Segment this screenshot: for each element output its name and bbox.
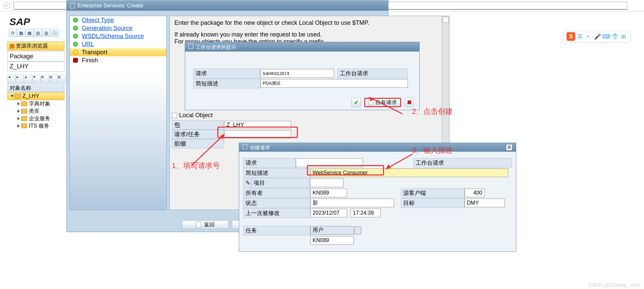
check-icon: ✔ bbox=[354, 99, 359, 106]
tool1-icon[interactable]: ⊞ bbox=[41, 75, 49, 83]
owner-input[interactable] bbox=[310, 189, 347, 197]
status-label: 状态 bbox=[243, 198, 310, 208]
nav-fwd-icon[interactable]: ► bbox=[16, 75, 24, 83]
package-field-label: 包 bbox=[172, 120, 224, 130]
lastmod-date bbox=[310, 209, 347, 217]
step-finish[interactable]: Finish bbox=[70, 56, 166, 64]
tree-header: 对象名称 bbox=[7, 84, 64, 93]
ime-punct-icon[interactable]: •, bbox=[585, 33, 593, 40]
project-label: 项目 bbox=[251, 178, 310, 188]
tasks-col-extra bbox=[355, 226, 361, 234]
ime-toolbar[interactable]: S 英 •, 🎤 ⌨ 👕 ⊞ bbox=[564, 31, 631, 42]
dialog-title: 工作台请求的提示 bbox=[185, 42, 419, 52]
doc-icon bbox=[70, 3, 75, 8]
sidebar-toolbar: ⟳ ▦ ▦ ▥ ▥ ⓘ bbox=[9, 29, 59, 37]
desc-input[interactable] bbox=[310, 168, 508, 177]
desc-value[interactable] bbox=[260, 79, 408, 88]
step-object-type[interactable]: Object Type bbox=[70, 16, 166, 24]
lastmod-time bbox=[351, 209, 381, 217]
box4-icon[interactable]: ▥ bbox=[42, 29, 50, 37]
back-button[interactable]: 返回 bbox=[182, 220, 228, 229]
owner-label: 所有者 bbox=[243, 188, 310, 198]
ime-grid-icon[interactable]: ⊞ bbox=[620, 33, 628, 40]
own-requests-button[interactable]: 自有请求 bbox=[364, 98, 401, 107]
proj-icon[interactable]: ✎ bbox=[243, 178, 251, 188]
doc-icon bbox=[196, 222, 201, 228]
nav-up-icon[interactable]: ▲ bbox=[24, 75, 32, 83]
desc-label: 简短描述 bbox=[243, 168, 310, 178]
resource-browser-label[interactable]: 资源库浏览器 bbox=[7, 42, 64, 51]
confirm-button[interactable]: ✔ bbox=[352, 98, 361, 107]
tree-item[interactable]: 企业服务 bbox=[7, 115, 64, 122]
package-field-input[interactable] bbox=[224, 121, 291, 129]
desc-label: 简短描述 bbox=[193, 79, 260, 88]
target-label: 目标 bbox=[401, 198, 465, 208]
step-wsdl-source[interactable]: WSDL/Schema Source bbox=[70, 32, 166, 40]
tasks-col-user: 用户 bbox=[310, 226, 354, 235]
request-value[interactable] bbox=[260, 69, 334, 78]
box3-icon[interactable]: ▥ bbox=[34, 29, 42, 37]
project-input[interactable] bbox=[310, 178, 343, 187]
close-button[interactable]: ✕ bbox=[506, 144, 513, 151]
tree-item[interactable]: ITS 服务 bbox=[7, 122, 64, 130]
intro-text-2: If already known you may enter the reque… bbox=[174, 31, 444, 38]
doc-icon bbox=[369, 100, 373, 105]
status-input bbox=[310, 199, 394, 207]
ime-lang[interactable]: 英 bbox=[576, 33, 584, 40]
x-icon: ✖ bbox=[407, 99, 412, 106]
intro-text-1: Enter the package for the new object or … bbox=[174, 19, 444, 26]
tool2-icon[interactable]: ⊞ bbox=[49, 75, 57, 83]
lastmod-label: 上一次被修改 bbox=[243, 208, 310, 218]
target-input[interactable] bbox=[465, 199, 505, 207]
package-label: Package bbox=[7, 52, 64, 62]
doc-icon bbox=[189, 44, 193, 49]
tree-root[interactable]: Z_LHY bbox=[7, 92, 64, 100]
tasks-label: 任务 bbox=[243, 226, 310, 235]
window-title: Enterprise Services: Create bbox=[67, 1, 388, 11]
request-input[interactable] bbox=[296, 158, 363, 167]
local-object-checkbox[interactable]: Local Object bbox=[172, 112, 291, 119]
request-label: 请求 bbox=[193, 69, 260, 78]
doc-icon bbox=[243, 144, 247, 149]
src-client-input[interactable] bbox=[465, 189, 485, 197]
tree-toolbar: ◄ ► ▲ ▼ ⊞ ⊞ ⊞ bbox=[7, 75, 66, 83]
request-type-label: 工作台请求 bbox=[337, 69, 408, 78]
check-icon[interactable]: ✓ bbox=[3, 2, 10, 9]
dialog-buttonbar: ✔ 自有请求 ✖ bbox=[185, 95, 419, 110]
cancel-button[interactable]: ✖ bbox=[405, 98, 414, 107]
info-icon[interactable]: ⓘ bbox=[51, 29, 59, 37]
nav-down-icon[interactable]: ▼ bbox=[33, 75, 41, 83]
request-label: 请求 bbox=[243, 158, 296, 168]
request-field-label: 请求/任务 bbox=[172, 130, 224, 139]
object-tree: Z_LHY 字典对象 类库 企业服务 ITS 服务 bbox=[7, 92, 64, 130]
create-request-dialog: 创建请求 ✕ 请求 工作台请求 简短描述 ✎ 项目 所有者 源客户端 状态 目标 bbox=[239, 143, 516, 252]
tool3-icon[interactable]: ⊞ bbox=[58, 75, 66, 83]
step-transport[interactable]: Transport bbox=[70, 48, 166, 56]
box2-icon[interactable]: ▦ bbox=[25, 29, 34, 37]
dialog-title: 创建请求 ✕ bbox=[239, 143, 516, 152]
workbench-request-prompt-dialog: 工作台请求的提示 请求 工作台请求 简短描述 ✔ 自有请求 ✖ bbox=[185, 42, 420, 110]
tasks-user-input[interactable] bbox=[310, 236, 354, 245]
src-client-label: 源客户端 bbox=[401, 188, 465, 198]
request-field-input[interactable] bbox=[224, 130, 291, 138]
cube-icon bbox=[10, 44, 14, 49]
wizard-steps: Object Type Generation Source WSDL/Schem… bbox=[69, 16, 167, 210]
ime-skin-icon[interactable]: 👕 bbox=[611, 33, 619, 40]
box1-icon[interactable]: ▦ bbox=[17, 29, 25, 37]
nav-back-icon[interactable]: ◄ bbox=[7, 75, 15, 83]
sap-logo: SAP bbox=[9, 16, 30, 27]
step-generation-source[interactable]: Generation Source bbox=[70, 24, 166, 32]
step-url[interactable]: URL bbox=[70, 40, 166, 48]
package-input[interactable]: Z_LHY bbox=[7, 62, 64, 72]
scroll-up-icon[interactable] bbox=[443, 17, 449, 23]
watermark: CSDN @1314lay_1007 bbox=[588, 282, 641, 288]
sogou-logo-icon: S bbox=[567, 32, 575, 41]
prefix-field-label: 前缀 bbox=[172, 139, 224, 148]
tree-item[interactable]: 字典对象 bbox=[7, 100, 64, 107]
refresh-icon[interactable]: ⟳ bbox=[9, 29, 17, 37]
ime-mic-icon[interactable]: 🎤 bbox=[593, 33, 601, 40]
ime-keyboard-icon[interactable]: ⌨ bbox=[602, 33, 610, 40]
request-type-label: 工作台请求 bbox=[413, 158, 512, 168]
tree-item[interactable]: 类库 bbox=[7, 107, 64, 115]
